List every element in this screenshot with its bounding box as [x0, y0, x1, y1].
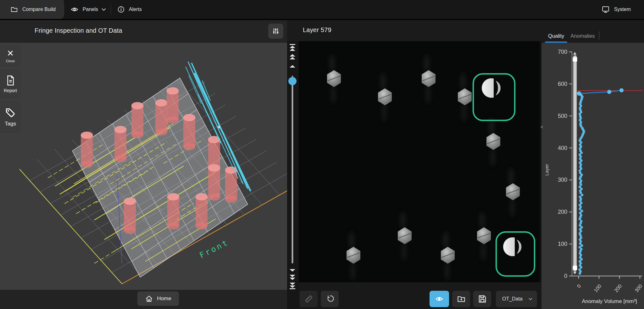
close-icon: [7, 49, 14, 57]
svg-text:0: 0: [564, 273, 567, 279]
chart-layer-range-slider[interactable]: [573, 52, 577, 274]
ruler-icon: [304, 294, 314, 304]
layer-image-canvas[interactable]: [299, 41, 540, 282]
slider-step-down-button[interactable]: [290, 269, 295, 272]
slider-skip-first-button[interactable]: [290, 44, 295, 51]
top-bar-right-group: System: [595, 0, 644, 19]
info-icon: [117, 6, 125, 13]
part-cross-section: [486, 118, 500, 167]
compare-build-label: Compare Build: [22, 7, 56, 12]
home-icon: [145, 295, 153, 303]
home-button[interactable]: Home: [137, 291, 179, 306]
cylinder: [155, 99, 167, 135]
svg-text:700: 700: [558, 49, 567, 55]
top-bar-left-group: Compare Build Panels Alerts: [0, 0, 148, 19]
cylinder: [167, 193, 179, 229]
tag-icon: [5, 107, 16, 119]
view-settings-button[interactable]: [268, 24, 283, 39]
add-to-collection-button[interactable]: [452, 291, 470, 307]
part-cross-section: [327, 55, 341, 104]
quality-chart: 01002003004005006007000100200300Anomaly …: [541, 43, 644, 309]
range-handle-bottom[interactable]: [573, 266, 577, 270]
layer-panel-title: Layer 579: [303, 26, 331, 34]
part-cross-section: [422, 55, 436, 104]
anomaly-halfmoon: [503, 237, 522, 256]
trend-point[interactable]: [607, 90, 611, 94]
anomaly-highlight-box[interactable]: [473, 74, 515, 120]
eye-icon: [70, 6, 79, 13]
alerts-button[interactable]: Alerts: [111, 0, 148, 19]
viewport-side-toolbar: Close Report Tags: [0, 45, 21, 133]
top-bar: Compare Build Panels Alerts: [0, 0, 644, 20]
measure-button[interactable]: [300, 291, 318, 307]
svg-text:200: 200: [613, 283, 623, 293]
cylinder: [131, 102, 143, 138]
part-cross-section: [441, 231, 455, 280]
system-button[interactable]: System: [595, 0, 637, 19]
save-icon: [478, 294, 487, 304]
svg-text:500: 500: [558, 113, 567, 119]
system-label: System: [614, 7, 631, 12]
chevron-down-icon: [101, 8, 106, 11]
tags-button[interactable]: Tags: [0, 101, 21, 133]
report-button[interactable]: Report: [0, 69, 21, 98]
slider-page-up-button[interactable]: [290, 54, 295, 59]
range-handle-top[interactable]: [573, 57, 577, 62]
panel-splitter-arrow[interactable]: [216, 124, 221, 130]
panels-button[interactable]: Panels: [64, 0, 104, 19]
svg-text:100: 100: [558, 241, 567, 247]
tab-quality-label: Quality: [548, 33, 564, 39]
panel-splitter-arrow[interactable]: [540, 124, 543, 130]
svg-text:400: 400: [558, 145, 567, 151]
panels-label: Panels: [83, 7, 98, 12]
cylinder: [81, 132, 93, 168]
trend-point[interactable]: [577, 91, 581, 96]
part-cross-section: [506, 168, 520, 217]
panels-chevron-button[interactable]: [101, 0, 111, 19]
folder-plus-icon: [457, 295, 466, 303]
rotate-ccw-icon: [325, 295, 334, 303]
reset-view-button[interactable]: [321, 291, 339, 307]
quality-tabbar: Quality Anomalies: [541, 20, 644, 43]
chevron-down-icon: [528, 297, 533, 301]
part-cross-section: [378, 73, 392, 122]
fringe-inspection-panel: Fringe Inspection and OT Data Front Clos…: [0, 20, 287, 309]
data-source-dropdown[interactable]: OT_Data: [496, 291, 537, 307]
trend-point[interactable]: [619, 88, 624, 92]
fringe-view-toggle-button[interactable]: [430, 291, 449, 307]
front-orientation-label: Front: [198, 238, 230, 260]
tab-quality[interactable]: Quality: [545, 29, 567, 43]
anomaly-halfmoon: [482, 78, 501, 98]
3d-viewport[interactable]: Front: [0, 43, 287, 290]
save-button[interactable]: [473, 291, 491, 307]
report-label: Report: [4, 88, 17, 93]
tab-anomalies[interactable]: Anomalies: [567, 29, 598, 43]
chart-axes: 01002003004005006007000100200300: [558, 49, 643, 293]
part-cross-section: [398, 212, 412, 261]
cylinder: [183, 114, 195, 150]
part-cross-section: [458, 73, 472, 122]
slider-page-down-button[interactable]: [290, 275, 295, 280]
svg-text:0: 0: [576, 283, 582, 289]
slider-skip-last-button[interactable]: [290, 283, 295, 289]
scatter-series: [578, 93, 585, 275]
anomaly-highlight-box[interactable]: [496, 232, 535, 276]
fringe-panel-header: Fringe Inspection and OT Data: [0, 20, 287, 43]
chart-ylabel: Layer: [544, 164, 549, 176]
layer-panel-header: Layer 579: [287, 20, 541, 41]
slider-track[interactable]: [292, 79, 293, 263]
slider-handle[interactable]: [288, 77, 297, 85]
document-icon: [6, 75, 15, 86]
cylinder: [167, 87, 179, 124]
svg-text:100: 100: [593, 283, 602, 293]
slider-step-up-button[interactable]: [290, 65, 295, 68]
svg-text:300: 300: [558, 177, 567, 183]
cylinder: [114, 126, 126, 162]
cylinder: [196, 193, 208, 229]
close-button[interactable]: Close: [0, 45, 21, 67]
cylinder: [124, 198, 136, 234]
compare-build-button[interactable]: Compare Build: [0, 0, 64, 19]
chart-xlabel: Anomaly Volume [mm³]: [582, 298, 637, 304]
layer-slider[interactable]: [287, 41, 299, 309]
svg-text:600: 600: [558, 81, 567, 87]
